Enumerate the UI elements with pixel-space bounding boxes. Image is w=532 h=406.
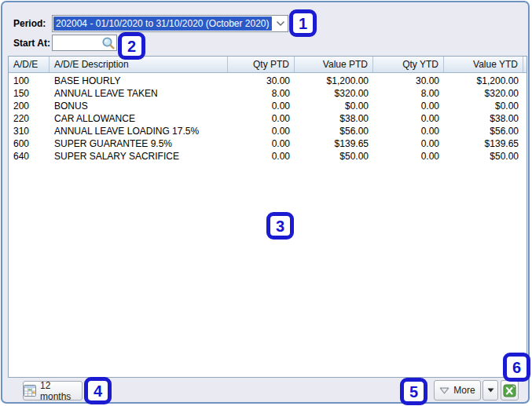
period-selected-value: 202004 - 01/10/2020 to 31/10/2020 (Octob… (53, 16, 272, 31)
table-cell: 30.00 (373, 75, 444, 86)
table-cell: 600 (9, 138, 50, 149)
triangle-down-filled-icon (487, 388, 494, 393)
column-header-filler (523, 57, 526, 72)
column-header[interactable]: Qty YTD (373, 57, 444, 72)
table-cell: 30.00 (228, 75, 295, 86)
column-header[interactable]: Value PTD (295, 57, 373, 72)
callout-6: 6 (503, 353, 530, 382)
triangle-down-outline-icon (439, 387, 449, 394)
table-row[interactable]: 640SUPER SALARY SACRIFICE0.00$50.000.00$… (9, 150, 526, 163)
column-header[interactable]: Value YTD (444, 57, 523, 72)
table-cell: $1,200.00 (295, 75, 373, 86)
table-row[interactable]: 150ANNUAL LEAVE TAKEN8.00$320.008.00$320… (9, 87, 526, 100)
period-label: Period: (13, 15, 46, 32)
table-cell: 0.00 (373, 151, 444, 162)
table-cell: $0.00 (295, 101, 373, 112)
table-cell: 0.00 (373, 113, 444, 124)
ade-summary-panel: Period: 202004 - 01/10/2020 to 31/10/202… (1, 1, 530, 404)
callout-4: 4 (84, 377, 112, 404)
table-cell: $56.00 (444, 126, 523, 137)
table-cell: 0.00 (228, 151, 295, 162)
column-header[interactable]: A/D/E (9, 57, 50, 72)
more-dropdown-button[interactable] (482, 380, 498, 401)
table-cell: 0.00 (228, 126, 295, 137)
calendar-icon (24, 385, 36, 397)
table-row[interactable]: 100BASE HOURLY30.00$1,200.0030.00$1,200.… (9, 75, 526, 87)
table-cell: 310 (9, 126, 50, 137)
table-cell: 0.00 (373, 101, 444, 112)
table-cell: 200 (9, 101, 50, 112)
table-cell: 0.00 (373, 138, 444, 149)
table-cell: 8.00 (373, 88, 444, 99)
table-header: A/D/EA/D/E DescriptionQty PTDValue PTDQt… (9, 57, 526, 73)
more-button[interactable]: More (434, 380, 481, 401)
table-row[interactable]: 310ANNUAL LEAVE LOADING 17.5%0.00$56.000… (9, 125, 526, 137)
table-cell: $50.00 (444, 151, 523, 162)
table-cell: BASE HOURLY (50, 75, 228, 86)
table-cell: $0.00 (444, 101, 523, 112)
table-cell: 0.00 (373, 126, 444, 137)
search-icon[interactable] (101, 36, 116, 53)
table-row[interactable]: 600SUPER GUARANTEE 9.5%0.00$139.650.00$1… (9, 137, 526, 150)
table-cell: 100 (9, 75, 50, 86)
table-cell: SUPER GUARANTEE 9.5% (50, 138, 228, 149)
table-cell: 0.00 (228, 113, 295, 124)
table-cell: BONUS (50, 101, 228, 112)
table-row[interactable]: 220CAR ALLOWANCE0.00$38.000.00$38.00 (9, 112, 526, 125)
more-label: More (453, 385, 475, 396)
callout-3: 3 (266, 212, 294, 240)
table-cell: $320.00 (295, 88, 373, 99)
start-at-label: Start At: (13, 35, 50, 52)
twelve-months-label: 12 months (40, 380, 82, 402)
callout-1: 1 (289, 9, 317, 37)
callout-2: 2 (118, 32, 145, 60)
ade-table-body: 100BASE HOURLY30.00$1,200.0030.00$1,200.… (9, 73, 526, 163)
column-header[interactable]: Qty PTD (228, 57, 295, 72)
table-cell: ANNUAL LEAVE LOADING 17.5% (50, 126, 228, 137)
table-cell: 150 (9, 88, 50, 99)
table-cell: 0.00 (228, 101, 295, 112)
table-cell: $139.65 (295, 138, 373, 149)
table-cell: $38.00 (444, 113, 523, 124)
table-cell: $1,200.00 (444, 75, 523, 86)
table-cell: $38.00 (295, 113, 373, 124)
table-cell: $139.65 (444, 138, 523, 149)
export-to-excel-button[interactable] (501, 380, 519, 401)
table-cell: $50.00 (295, 151, 373, 162)
table-row[interactable]: 200BONUS0.00$0.000.00$0.00 (9, 100, 526, 112)
table-cell: 220 (9, 113, 50, 124)
table-cell: SUPER SALARY SACRIFICE (50, 151, 228, 162)
chevron-down-icon[interactable] (273, 16, 288, 31)
table-cell: 640 (9, 151, 50, 162)
table-cell: 0.00 (228, 138, 295, 149)
twelve-months-button[interactable]: 12 months (23, 381, 83, 401)
table-cell: CAR ALLOWANCE (50, 113, 228, 124)
period-dropdown[interactable]: 202004 - 01/10/2020 to 31/10/2020 (Octob… (52, 15, 288, 32)
table-cell: 8.00 (228, 88, 295, 99)
table-cell: ANNUAL LEAVE TAKEN (50, 88, 228, 99)
table-cell: $56.00 (295, 126, 373, 137)
table-cell: $320.00 (444, 88, 523, 99)
callout-5: 5 (400, 378, 427, 405)
excel-export-icon (503, 384, 516, 397)
